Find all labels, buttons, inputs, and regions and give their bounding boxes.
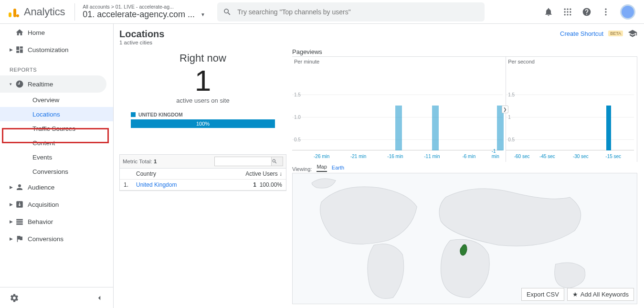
home-icon	[15, 28, 28, 37]
rightnow-card: Right now 1 active users on site	[119, 48, 286, 104]
svg-point-5	[570, 8, 571, 10]
tab-map[interactable]: Map	[317, 164, 327, 172]
clock-icon	[15, 80, 28, 88]
sidebar-item-behavior[interactable]: ▶ Behavior	[0, 213, 113, 230]
sidebar-item-realtime[interactable]: ▾ Realtime	[0, 75, 106, 93]
sidebar-item-conversions[interactable]: ▶ Conversions	[0, 230, 113, 247]
sidebar: Home ▶ Customization REPORTS ▾ Realtime …	[0, 24, 114, 308]
sidebar-label: Customization	[28, 46, 69, 53]
legend-row: UNITED KINGDOM	[131, 112, 286, 117]
legend-swatch	[131, 112, 136, 117]
education-icon[interactable]	[628, 29, 637, 38]
metric-panel: Metric Total: 1 Country	[119, 154, 286, 191]
row-country[interactable]: United Kingdom	[132, 180, 212, 191]
svg-point-9	[564, 14, 566, 15]
rightnow-label: active users on site	[119, 97, 286, 104]
viewing-label: Viewing:	[292, 166, 312, 172]
person-icon	[15, 183, 28, 191]
sidebar-item-acquisition[interactable]: ▶ Acquisition	[0, 196, 113, 213]
logo-block: Analytics	[4, 6, 71, 18]
svg-point-8	[570, 11, 571, 12]
sidebar-item-home[interactable]: Home	[0, 24, 113, 41]
breadcrumb: All accounts > 01. LIVE - accelerate-ag.…	[83, 4, 213, 10]
sidebar-label: Behavior	[28, 218, 53, 225]
col-country[interactable]: Country	[132, 169, 212, 180]
metric-search-button[interactable]	[272, 157, 283, 166]
sidebar-sub-locations[interactable]: Locations	[0, 107, 113, 121]
svg-point-4	[567, 8, 568, 10]
property-selector[interactable]: All accounts > 01. LIVE - accelerate-ag.…	[79, 4, 217, 20]
progress-percent: 100%	[196, 121, 210, 127]
legend-label: UNITED KINGDOM	[138, 112, 183, 117]
reports-section-label: REPORTS	[0, 58, 113, 75]
tab-earth[interactable]: Earth	[332, 165, 344, 172]
svg-point-6	[564, 11, 566, 12]
page-subtitle: 1 active cities	[119, 40, 164, 45]
svg-point-12	[605, 8, 606, 10]
sort-down-icon: ↓	[279, 170, 282, 177]
more-vert-icon[interactable]	[601, 7, 611, 17]
charts-row: Per minute 1.5 1.0 0.5 -26 min -21 min	[292, 56, 637, 162]
notifications-icon[interactable]	[544, 7, 553, 17]
pageviews-title: Pageviews	[292, 48, 637, 55]
sidebar-label: Conversions	[28, 235, 63, 243]
sidebar-label: Home	[28, 29, 45, 36]
header-divider	[74, 3, 75, 21]
bar-second	[606, 106, 611, 150]
sidebar-item-customization[interactable]: ▶ Customization	[0, 41, 113, 58]
apps-icon[interactable]	[563, 7, 572, 17]
table-row[interactable]: 1. United Kingdom 1 100.00%	[120, 180, 286, 191]
bar-minute	[432, 106, 439, 150]
sidebar-sub-overview[interactable]: Overview	[0, 93, 113, 107]
row-index: 1.	[120, 180, 132, 191]
col-active-users[interactable]: Active Users ↓	[212, 169, 286, 180]
page-title: Locations	[119, 29, 164, 40]
sidebar-sub-conversions[interactable]: Conversions	[0, 164, 113, 179]
help-icon[interactable]	[582, 7, 591, 17]
beta-badge: BETA	[608, 31, 623, 36]
world-map[interactable]: Export CSV ★Add All Keywords	[292, 173, 637, 304]
svg-point-3	[564, 8, 566, 10]
export-csv-button[interactable]: Export CSV	[521, 288, 564, 301]
behavior-icon	[15, 217, 28, 226]
sidebar-item-audience[interactable]: ▶ Audience	[0, 179, 113, 196]
progress-bar: 100%	[131, 119, 275, 128]
sidebar-sub-content[interactable]: Content	[0, 136, 113, 150]
chart-per-minute: Per minute 1.5 1.0 0.5 -26 min -21 min	[292, 57, 506, 162]
svg-point-2	[16, 14, 19, 17]
sidebar-sub-traffic-sources[interactable]: Traffic Sources	[0, 121, 113, 136]
svg-point-13	[605, 11, 606, 12]
metric-search-input[interactable]	[214, 157, 272, 166]
svg-point-11	[570, 14, 571, 15]
search-input[interactable]	[237, 8, 479, 16]
search-box[interactable]	[217, 2, 485, 21]
row-users-cell: 1 100.00%	[212, 180, 286, 191]
chart-per-second: Per second 1.5 1 0.5 -60 sec -45 sec -30…	[506, 57, 637, 162]
svg-rect-0	[9, 12, 11, 17]
sidebar-label: Audience	[28, 184, 54, 191]
metric-table: Country Active Users ↓ 1. United Kingdom…	[120, 169, 286, 191]
star-icon: ★	[572, 291, 578, 298]
app-header: Analytics All accounts > 01. LIVE - acce…	[0, 0, 644, 24]
property-name: 01. accelerate-agency.com ...	[83, 10, 195, 20]
acquisition-icon	[15, 200, 28, 209]
collapse-icon[interactable]	[95, 294, 104, 302]
main-content: Locations 1 active cities Create Shortcu…	[114, 24, 644, 308]
svg-point-10	[567, 14, 568, 15]
sidebar-sub-events[interactable]: Events	[0, 150, 113, 164]
create-shortcut-link[interactable]: Create Shortcut	[560, 30, 603, 37]
account-avatar[interactable]	[620, 4, 635, 20]
add-keywords-button[interactable]: ★Add All Keywords	[567, 288, 634, 301]
sidebar-label: Acquisition	[28, 201, 59, 208]
sidebar-footer	[0, 287, 113, 308]
bar-minute	[395, 106, 402, 150]
rightnow-heading: Right now	[119, 52, 286, 64]
flag-icon	[15, 234, 28, 243]
product-name: Analytics	[24, 6, 65, 18]
viewing-tabs: Viewing: Map Earth	[292, 162, 637, 173]
header-icon-row	[544, 4, 640, 20]
svg-rect-1	[13, 9, 16, 17]
rightnow-value: 1	[119, 64, 286, 97]
gear-icon[interactable]	[10, 293, 19, 303]
dashboard-icon	[15, 45, 28, 54]
